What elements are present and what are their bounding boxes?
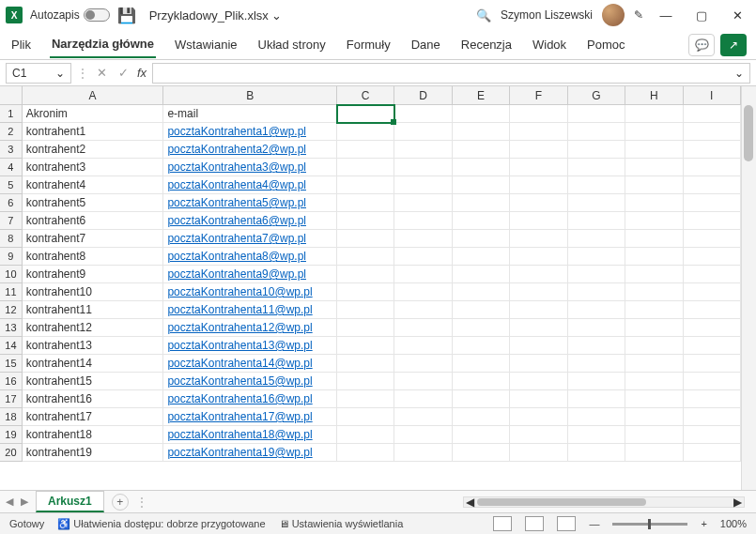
cell[interactable]: kontrahent9 <box>23 266 164 283</box>
cell[interactable] <box>453 230 510 248</box>
cell[interactable]: pocztaKontrahenta7@wp.pl <box>163 230 336 248</box>
share-button[interactable]: ↗ <box>720 34 747 56</box>
cell[interactable] <box>625 248 683 266</box>
cell[interactable] <box>568 301 625 319</box>
cell[interactable] <box>453 159 510 176</box>
cell[interactable] <box>394 301 452 319</box>
row-header[interactable]: 7 <box>0 212 23 230</box>
cell[interactable] <box>625 301 683 319</box>
cell[interactable] <box>337 230 394 248</box>
cell[interactable]: kontrahent8 <box>23 248 164 266</box>
cell[interactable] <box>625 176 683 194</box>
cell[interactable] <box>684 408 741 426</box>
sheet-tab-active[interactable]: Arkusz1 <box>36 491 104 512</box>
cell[interactable] <box>625 319 683 337</box>
cell[interactable] <box>394 266 452 283</box>
save-icon[interactable]: 💾 <box>117 7 136 24</box>
cell[interactable] <box>568 444 625 462</box>
cell[interactable] <box>684 176 741 194</box>
scroll-left-icon[interactable]: ◀ <box>466 496 474 509</box>
ribbon-tab[interactable]: Narzędzia główne <box>50 31 156 58</box>
cell[interactable]: pocztaKontrahenta10@wp.pl <box>163 283 336 301</box>
cell[interactable] <box>625 408 683 426</box>
cell[interactable]: kontrahent15 <box>23 373 164 390</box>
column-header[interactable]: C <box>337 86 394 105</box>
cell[interactable] <box>394 194 452 212</box>
cell[interactable] <box>568 212 625 230</box>
cell[interactable] <box>453 194 510 212</box>
cell[interactable] <box>568 408 625 426</box>
cell[interactable]: pocztaKontrahenta4@wp.pl <box>163 176 336 194</box>
cell[interactable] <box>510 248 567 266</box>
row-header[interactable]: 14 <box>0 337 23 355</box>
cell[interactable] <box>394 319 452 337</box>
cell[interactable]: pocztaKontrahenta13@wp.pl <box>163 337 336 355</box>
formula-input[interactable]: ⌄ <box>152 63 750 84</box>
cell[interactable]: kontrahent5 <box>23 194 164 212</box>
cell[interactable] <box>625 390 683 408</box>
cell[interactable] <box>568 337 625 355</box>
cell[interactable] <box>568 426 625 444</box>
zoom-slider[interactable] <box>612 523 687 526</box>
cell[interactable] <box>510 301 567 319</box>
cell[interactable]: pocztaKontrahenta12@wp.pl <box>163 319 336 337</box>
cell[interactable] <box>394 212 452 230</box>
cell[interactable] <box>510 408 567 426</box>
cell[interactable] <box>684 337 741 355</box>
cell[interactable] <box>394 408 452 426</box>
cell[interactable] <box>568 390 625 408</box>
cell[interactable] <box>684 373 741 390</box>
cell[interactable] <box>510 373 567 390</box>
cell[interactable]: Akronim <box>23 105 164 123</box>
cell[interactable]: kontrahent19 <box>23 444 164 462</box>
cell[interactable] <box>625 426 683 444</box>
cell[interactable] <box>453 283 510 301</box>
cell[interactable] <box>337 355 394 373</box>
minimize-button[interactable]: — <box>653 4 679 26</box>
column-header[interactable]: E <box>453 86 510 105</box>
cell[interactable]: pocztaKontrahenta9@wp.pl <box>163 266 336 283</box>
cell[interactable] <box>568 141 625 159</box>
cell[interactable] <box>394 176 452 194</box>
cell[interactable] <box>453 141 510 159</box>
cell[interactable] <box>510 283 567 301</box>
cell[interactable]: kontrahent6 <box>23 212 164 230</box>
cell[interactable] <box>625 194 683 212</box>
cell[interactable] <box>510 319 567 337</box>
row-header[interactable]: 2 <box>0 123 23 141</box>
cell[interactable] <box>625 283 683 301</box>
cell[interactable]: pocztaKontrahenta5@wp.pl <box>163 194 336 212</box>
accept-formula-button[interactable]: ✓ <box>116 66 131 80</box>
sheet-nav-next-icon[interactable]: ▶ <box>21 496 28 508</box>
column-header[interactable]: I <box>684 86 741 105</box>
fx-icon[interactable]: fx <box>137 66 147 80</box>
row-header[interactable]: 20 <box>0 444 23 462</box>
view-page-layout-button[interactable] <box>525 516 544 531</box>
cell[interactable] <box>453 212 510 230</box>
cell[interactable] <box>337 176 394 194</box>
display-settings[interactable]: 🖥 Ustawienia wyświetlania <box>279 518 404 529</box>
cell[interactable] <box>337 105 394 123</box>
row-header[interactable]: 17 <box>0 390 23 408</box>
cell[interactable]: kontrahent2 <box>23 141 164 159</box>
zoom-level[interactable]: 100% <box>720 518 747 529</box>
cell[interactable] <box>453 319 510 337</box>
cell[interactable]: kontrahent11 <box>23 301 164 319</box>
row-header[interactable]: 1 <box>0 105 23 123</box>
row-header[interactable]: 6 <box>0 194 23 212</box>
cell[interactable] <box>684 194 741 212</box>
cell[interactable]: pocztaKontrahenta1@wp.pl <box>163 123 336 141</box>
cell[interactable] <box>453 426 510 444</box>
cell[interactable]: kontrahent17 <box>23 408 164 426</box>
ribbon-tab[interactable]: Widok <box>531 32 568 57</box>
zoom-out-button[interactable]: — <box>589 518 599 529</box>
cell[interactable] <box>453 248 510 266</box>
row-header[interactable]: 11 <box>0 283 23 301</box>
cell[interactable] <box>337 319 394 337</box>
cell[interactable] <box>625 355 683 373</box>
cell[interactable] <box>394 283 452 301</box>
row-header[interactable]: 10 <box>0 266 23 283</box>
cell[interactable] <box>684 123 741 141</box>
comments-button[interactable]: 💬 <box>688 34 715 56</box>
cell[interactable] <box>394 105 452 123</box>
